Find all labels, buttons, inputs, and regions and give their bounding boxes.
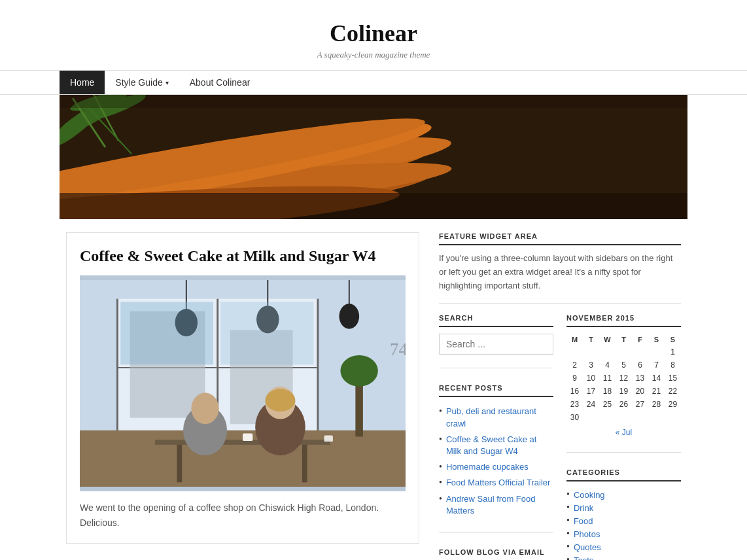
main-nav: Home Style Guide ▾ About Colinear	[0, 70, 747, 95]
widget-recent-posts: RECENT POSTS Pub, deli and restaurant cr…	[439, 384, 553, 533]
categories-list: Cooking Drink Food Photos Quotes Tests V…	[566, 488, 681, 560]
nav-item-home[interactable]: Home	[60, 71, 105, 94]
list-item: Coffee & Sweet Cake at Milk and Sugar W4	[439, 432, 553, 459]
list-item: Homemade cupcakes	[439, 459, 553, 475]
list-item: Tests	[566, 553, 681, 560]
category-link[interactable]: Quotes	[574, 542, 601, 552]
follow-email-title: FOLLOW BLOG VIA EMAIL	[439, 548, 553, 560]
svg-point-36	[191, 393, 218, 425]
article-excerpt: We went to the opening of a coffee shop …	[80, 500, 406, 530]
sidebar: FEATURE WIDGET AREA If you're using a th…	[439, 232, 681, 560]
widget-feature: FEATURE WIDGET AREA If you're using a th…	[439, 232, 681, 304]
calendar-row: 1	[566, 345, 681, 359]
calendar-table: M T W T F S S 1	[566, 334, 681, 439]
cal-th-s: S	[648, 334, 665, 345]
svg-point-39	[265, 389, 295, 411]
article-title: Coffee & Sweet Cake at Milk and Sugar W4	[80, 246, 406, 266]
list-item: Drink	[566, 501, 681, 514]
svg-rect-16	[60, 95, 687, 108]
category-link[interactable]: Cooking	[574, 490, 605, 500]
category-link[interactable]: Food	[574, 516, 593, 526]
cal-th-s2: S	[665, 334, 681, 345]
nav-item-about[interactable]: About Colinear	[179, 71, 261, 94]
widget-search: SEARCH	[439, 314, 553, 368]
recent-posts-list: Pub, deli and restaurant crawl Coffee & …	[439, 404, 553, 519]
sidebar-col-left: SEARCH RECENT POSTS Pub, deli and restau…	[439, 314, 553, 560]
calendar-row: 2345678	[566, 359, 681, 372]
widget-follow-email: FOLLOW BLOG VIA EMAIL Enter your email a…	[439, 548, 553, 560]
calendar-title: NOVEMBER 2015	[566, 314, 681, 327]
nav-item-style-guide[interactable]: Style Guide ▾	[105, 71, 179, 94]
recent-posts-title: RECENT POSTS	[439, 384, 553, 397]
main-container: Coffee & Sweet Cake at Milk and Sugar W4	[60, 219, 687, 560]
list-item: Food Matters Official Trailer	[439, 475, 553, 491]
feature-widget-title: FEATURE WIDGET AREA	[439, 232, 681, 245]
hero-image	[60, 95, 687, 219]
svg-rect-45	[120, 302, 213, 365]
svg-rect-46	[220, 302, 313, 365]
svg-rect-34	[302, 445, 307, 482]
post-link[interactable]: Food Matters Official Trailer	[446, 477, 550, 489]
calendar-row: 9101112131415	[566, 372, 681, 385]
article-card: Coffee & Sweet Cake at Milk and Sugar W4	[66, 232, 419, 544]
post-link[interactable]: Andrew Saul from Food Matters	[446, 493, 553, 517]
main-content: Coffee & Sweet Cake at Milk and Sugar W4	[66, 232, 419, 560]
post-link[interactable]: Coffee & Sweet Cake at Milk and Sugar W4	[446, 434, 553, 457]
svg-rect-15	[60, 193, 687, 219]
list-item: Pub, deli and restaurant crawl	[439, 404, 553, 431]
cal-th-t2: T	[616, 334, 632, 345]
category-link[interactable]: Tests	[574, 555, 593, 560]
list-item: Food	[566, 514, 681, 527]
post-link[interactable]: Pub, deli and restaurant crawl	[446, 406, 553, 429]
site-header: Colinear A squeaky-clean magazine theme	[0, 0, 747, 70]
cal-th-m: M	[566, 334, 583, 345]
list-item: Andrew Saul from Food Matters	[439, 491, 553, 519]
svg-rect-32	[155, 440, 330, 445]
calendar-row: 30	[566, 411, 681, 424]
sidebar-col-right: NOVEMBER 2015 M T W T F S S	[566, 314, 681, 560]
cal-th-f: F	[632, 334, 648, 345]
svg-rect-40	[243, 434, 252, 441]
svg-point-43	[340, 355, 377, 387]
sidebar-columns: SEARCH RECENT POSTS Pub, deli and restau…	[439, 314, 681, 560]
cal-th-t: T	[583, 334, 599, 345]
calendar-header-row: M T W T F S S	[566, 334, 681, 345]
svg-rect-41	[324, 436, 333, 442]
post-link[interactable]: Homemade cupcakes	[446, 461, 529, 473]
svg-point-30	[339, 304, 359, 329]
calendar-prev-link[interactable]: « Jul	[616, 428, 632, 437]
list-item: Photos	[566, 527, 681, 540]
site-tagline: A squeaky-clean magazine theme	[13, 50, 734, 60]
site-title: Colinear	[13, 20, 734, 47]
calendar-row: 16171819202122	[566, 385, 681, 398]
widget-categories: CATEGORIES Cooking Drink Food Photos Quo…	[566, 468, 681, 560]
svg-text:74: 74	[390, 340, 406, 359]
category-link[interactable]: Photos	[574, 529, 600, 539]
calendar-nav-row: « Jul	[566, 424, 681, 439]
search-widget-title: SEARCH	[439, 314, 553, 327]
feature-widget-text: If you're using a three-column layout wi…	[439, 252, 681, 292]
category-link[interactable]: Drink	[574, 503, 593, 513]
categories-title: CATEGORIES	[566, 468, 681, 481]
svg-rect-33	[177, 445, 182, 482]
cal-th-w: W	[599, 334, 616, 345]
widget-calendar: NOVEMBER 2015 M T W T F S S	[566, 314, 681, 453]
article-image: 74	[80, 275, 406, 491]
list-item: Cooking	[566, 488, 681, 501]
hero-banner	[60, 95, 687, 219]
calendar-row: 23242526272829	[566, 398, 681, 411]
list-item: Quotes	[566, 540, 681, 553]
chevron-down-icon: ▾	[165, 79, 169, 86]
search-input[interactable]	[439, 334, 553, 355]
